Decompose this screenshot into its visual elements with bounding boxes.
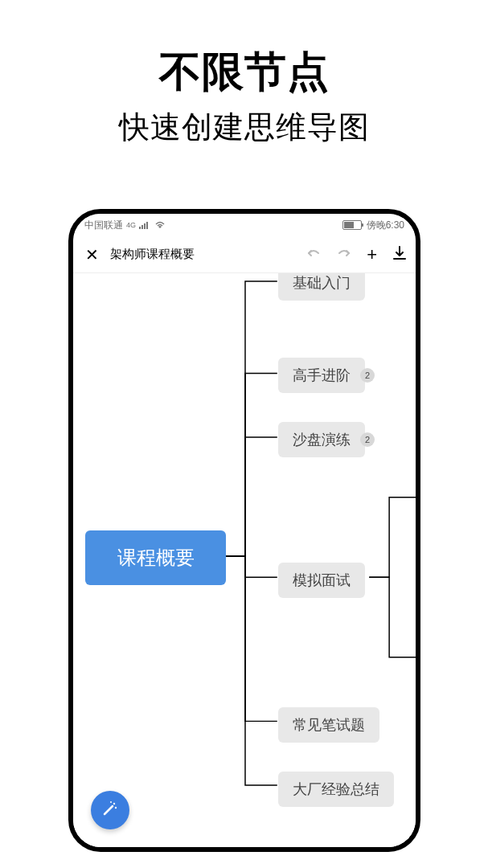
status-bar: 中国联通 4G 傍晚6:30: [73, 214, 416, 236]
child-label: 大厂经验总结: [293, 781, 379, 797]
child-label: 高手进阶: [293, 367, 351, 383]
download-button[interactable]: [392, 245, 408, 264]
svg-point-6: [110, 801, 112, 803]
magic-fab-button[interactable]: [91, 791, 129, 829]
mindmap-canvas[interactable]: 课程概要 基础入门 高手进阶 2 沙盘演练 2 模拟面试 常见笔试题 大厂经验总…: [73, 273, 416, 847]
battery-icon: [342, 220, 362, 230]
svg-point-4: [113, 803, 115, 805]
promo-subtitle: 快速创建思维导图: [0, 107, 488, 148]
child-node[interactable]: 沙盘演练 2: [278, 422, 365, 457]
network-label: 4G: [126, 221, 136, 229]
close-button[interactable]: ✕: [81, 245, 102, 264]
redo-button[interactable]: [336, 247, 352, 263]
svg-rect-1: [141, 225, 143, 229]
child-node[interactable]: 基础入门: [278, 273, 365, 301]
child-count-badge: 2: [360, 368, 375, 383]
root-node[interactable]: 课程概要: [85, 530, 226, 585]
child-node[interactable]: 模拟面试: [278, 563, 365, 598]
child-label: 沙盘演练: [293, 432, 351, 448]
magic-wand-icon: [101, 800, 119, 821]
undo-button[interactable]: [306, 247, 322, 263]
wifi-icon: [154, 220, 166, 230]
svg-rect-2: [144, 223, 146, 229]
promo-title: 不限节点: [0, 44, 488, 100]
signal-icon: [139, 221, 150, 229]
child-node[interactable]: 大厂经验总结: [278, 772, 394, 807]
add-button[interactable]: +: [367, 246, 377, 264]
child-node[interactable]: 高手进阶 2: [278, 358, 365, 393]
child-node[interactable]: 常见笔试题: [278, 707, 379, 743]
document-title: 架构师课程概要: [110, 247, 297, 262]
child-count-badge: 2: [360, 432, 375, 447]
svg-point-5: [115, 807, 117, 809]
child-label: 常见笔试题: [293, 717, 365, 733]
svg-rect-0: [139, 227, 141, 229]
carrier-label: 中国联通: [84, 219, 123, 232]
svg-rect-3: [146, 222, 148, 229]
time-label: 傍晚6:30: [367, 219, 404, 232]
toolbar: ✕ 架构师课程概要 +: [73, 236, 416, 273]
child-label: 基础入门: [293, 275, 351, 291]
child-label: 模拟面试: [293, 572, 351, 588]
phone-frame: 中国联通 4G 傍晚6:30 ✕ 架构师课程概要: [68, 209, 420, 852]
